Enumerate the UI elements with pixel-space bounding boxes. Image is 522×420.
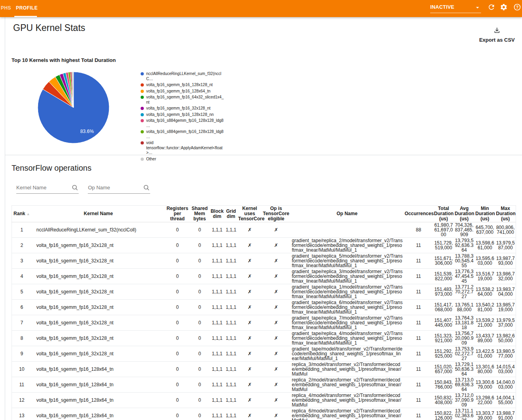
cell-rank: 1 xyxy=(12,222,32,238)
tab-graphs[interactable]: PHS xyxy=(1,5,11,11)
legend-item: volta_fp16_s884gemm_fp16_128x128_ldg8… xyxy=(141,118,240,128)
cell-total-duration: 151,292,925,000 xyxy=(433,346,454,362)
cell-shared-mem-bytes: 0 xyxy=(190,253,210,269)
cell-max-duration: 13,980,577,000 xyxy=(495,346,516,362)
cell-shared-mem-bytes: 0 xyxy=(190,269,210,284)
settings-gear-icon[interactable] xyxy=(500,3,508,11)
cell-op-is-tensorcore-eligible: ✗ xyxy=(262,238,290,253)
cell-registers-per-thread: 0 xyxy=(165,284,190,300)
legend-swatch xyxy=(141,107,144,110)
table-row: 10volta_fp16_sgemm_fp16_128x64_tn001,1,1… xyxy=(12,362,516,377)
column-header-grid-dim[interactable]: Grid dim xyxy=(225,206,238,222)
cell-occurrences: 11 xyxy=(404,315,433,331)
cell-kernel-name: volta_fp16_sgemm_fp16_32x128_nt xyxy=(32,253,165,269)
cell-rank: 6 xyxy=(12,300,32,315)
column-header-avg-duration[interactable]: Avg Duration (us) xyxy=(454,206,475,222)
run-selector-dropdown[interactable]: INACTIVE xyxy=(430,3,481,13)
refresh-icon[interactable] xyxy=(487,3,495,11)
column-header-rank[interactable]: Rank▲ xyxy=(12,206,32,222)
cell-grid-dim: 1,1,1 xyxy=(225,315,238,331)
cell-kernel-name: volta_fp16_sgemm_fp16_32x128_nt xyxy=(32,300,165,315)
column-header-kernel-uses-tensorcore[interactable]: Kernel uses TensorCore xyxy=(238,206,262,222)
legend-item: void tensorflow::functor::ApplyAdamKerne… xyxy=(141,141,240,156)
column-header-kernel-name[interactable]: Kernel Name xyxy=(32,206,165,222)
cell-block-dim: 1,1,1 xyxy=(210,253,225,269)
cell-op-is-tensorcore-eligible: ✗ xyxy=(262,346,290,362)
cell-min-duration: 13,433,789,000 xyxy=(475,331,495,346)
cell-occurrences: 11 xyxy=(404,408,433,420)
cell-op-name: replica_3/model/transformer_v2/Transform… xyxy=(290,362,404,377)
cell-occurrences: 88 xyxy=(404,222,433,238)
cell-grid-dim: 1,1,1 xyxy=(225,238,238,253)
cell-rank: 8 xyxy=(12,331,32,346)
run-selector-value: INACTIVE xyxy=(430,4,454,10)
cell-grid-dim: 1,1,1 xyxy=(225,331,238,346)
column-header-registers-per-thread[interactable]: Registers per thread xyxy=(165,206,190,222)
table-row: 2volta_fp16_sgemm_fp16_32x128_nt001,1,11… xyxy=(12,238,516,253)
cell-total-duration: 150,843,766,000 xyxy=(433,377,454,393)
cell-max-duration: 800,806,741,000 xyxy=(495,222,516,238)
cell-max-duration: 14,015,403,000 xyxy=(495,362,516,377)
column-header-block-dim[interactable]: Block dim xyxy=(210,206,225,222)
legend-swatch xyxy=(141,113,144,116)
cell-grid-dim: 1,1,1 xyxy=(225,284,238,300)
cell-avg-duration: 13,756,720,090.909 xyxy=(454,331,475,346)
cell-total-duration: 151,407,445,000 xyxy=(433,315,454,331)
cell-grid-dim: 1,1,1 xyxy=(225,362,238,377)
op-name-input[interactable] xyxy=(88,181,150,194)
cell-max-duration: 14,004,155,000 xyxy=(495,393,516,408)
table-row: 13volta_fp16_sgemm_fp16_128x64_tn001,1,1… xyxy=(12,408,516,420)
cell-registers-per-thread: 0 xyxy=(165,393,190,408)
cell-block-dim: 1,1,1 xyxy=(210,284,225,300)
cell-total-duration: 151,539,822,000 xyxy=(433,269,454,284)
sort-ascending-icon: ▲ xyxy=(26,212,30,216)
column-header-occurrences[interactable]: Occurrences xyxy=(404,206,433,222)
cell-shared-mem-bytes: 0 xyxy=(190,408,210,420)
column-header-min-duration[interactable]: Min Duration (us) xyxy=(475,206,495,222)
cell-op-name: gradient_tape/replica_6/model/transforme… xyxy=(290,300,404,315)
cell-min-duration: 13,303,739,000 xyxy=(475,408,495,420)
legend-swatch xyxy=(141,141,144,144)
cell-registers-per-thread: 0 xyxy=(165,269,190,284)
cell-shared-mem-bytes: 0 xyxy=(190,238,210,253)
cell-shared-mem-bytes: 0 xyxy=(190,284,210,300)
export-csv-button[interactable]: Export as CSV xyxy=(473,27,521,43)
chevron-down-icon xyxy=(474,4,481,11)
legend-label: volta_fp16_sgemm_fp16_32x128_nt xyxy=(146,106,224,111)
column-header-shared-mem-bytes[interactable]: Shared Mem bytes xyxy=(190,206,210,222)
tab-profile[interactable]: PROFILE xyxy=(16,5,38,11)
cell-avg-duration: 13,729,150,636.364 xyxy=(454,362,475,377)
cell-rank: 10 xyxy=(12,362,32,377)
cell-grid-dim: 1,1,1 xyxy=(225,269,238,284)
cell-rank: 4 xyxy=(12,269,32,284)
column-header-total-duration[interactable]: Total Duration (us) xyxy=(433,206,454,222)
legend-label: void tensorflow::functor::ApplyAdamKerne… xyxy=(146,141,224,156)
kernel-duration-pie-chart[interactable]: 83.6% xyxy=(34,68,113,147)
kernel-name-input[interactable] xyxy=(16,181,79,194)
cell-avg-duration: 13,793,592,636.364 xyxy=(454,238,475,253)
table-row: 6volta_fp16_sgemm_fp16_32x128_nt001,1,11… xyxy=(12,300,516,315)
cell-occurrences: 11 xyxy=(404,377,433,393)
cell-op-name: gradient_tape/model/transformer_v2/Trans… xyxy=(290,346,404,362)
table-row: 12volta_fp16_sgemm_fp16_128x64_tn001,1,1… xyxy=(12,393,516,408)
legend-label: Other xyxy=(146,157,224,162)
column-header-op-name[interactable]: Op Name xyxy=(290,206,404,222)
cell-block-dim: 1,1,1 xyxy=(210,222,225,238)
export-csv-label: Export as CSV xyxy=(473,37,521,43)
cell-occurrences: 11 xyxy=(404,269,433,284)
cell-max-duration: 13,985,719,000 xyxy=(495,300,516,315)
cell-grid-dim: 1,1,1 xyxy=(225,377,238,393)
cell-block-dim: 1,1,1 xyxy=(210,377,225,393)
cell-op-name: gradient_tape/replica_2/model/transforme… xyxy=(290,238,404,253)
cell-min-duration: 13,301,680,000 xyxy=(475,362,495,377)
cell-max-duration: 13,982,650,000 xyxy=(495,331,516,346)
legend-swatch xyxy=(141,83,144,87)
cell-total-duration: 151,729,519,000 xyxy=(433,238,454,253)
legend-item: volta_fp16_sgemm_fp16_64x32_sliced1x4_nt xyxy=(141,95,240,105)
help-icon[interactable]: ? xyxy=(513,3,521,11)
cell-rank: 2 xyxy=(12,238,32,253)
column-header-op-is-tensorcore-eligible[interactable]: Op is TensorCore eligible xyxy=(262,206,290,222)
cell-shared-mem-bytes: 0 xyxy=(190,346,210,362)
cell-min-duration: 13,298,622,000 xyxy=(475,393,495,408)
column-header-max-duration[interactable]: Max Duration (us) xyxy=(495,206,516,222)
